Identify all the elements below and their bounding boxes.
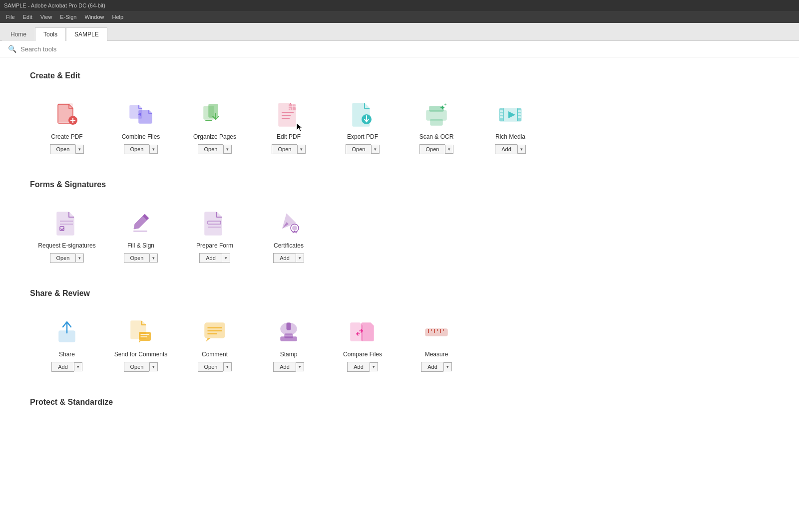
combine-files-icon [127,100,155,128]
tool-card-combine-files: Combine Files Open ▾ [104,92,178,160]
dropdown-edit-pdf-button[interactable]: ▾ [297,145,306,154]
dropdown-scan-ocr-button[interactable]: ▾ [445,145,453,154]
tool-card-edit-pdf: Edit PDF Open ▾ [252,92,326,160]
dropdown-share-button[interactable]: ▾ [74,362,82,371]
btn-group-export-pdf: Open ▾ [346,144,380,154]
svg-rect-50 [281,337,297,341]
tool-card-rich-media: Rich Media Add ▾ [473,92,547,160]
tool-card-share: Share Add ▾ [30,310,104,378]
tool-name-create-pdf: Create PDF [51,133,82,140]
title-bar: SAMPLE - Adobe Acrobat Pro DC (64-bit) [0,0,799,11]
open-fill-sign-button[interactable]: Open [124,253,150,263]
menu-view[interactable]: View [36,13,56,21]
tool-name-rich-media: Rich Media [495,133,525,140]
section-heading-create-edit: Create & Edit [30,71,769,80]
stamp-icon [275,318,303,346]
add-rich-media-button[interactable]: Add [495,144,517,154]
export-pdf-icon [349,100,377,128]
dropdown-combine-files-button[interactable]: ▾ [149,145,158,154]
open-send-comments-button[interactable]: Open [124,362,150,372]
menu-help[interactable]: Help [108,13,128,21]
rich-media-icon [496,100,524,128]
dropdown-fill-sign-button[interactable]: ▾ [149,254,158,263]
dropdown-comment-button[interactable]: ▾ [223,362,232,371]
btn-group-organize-pages: Open ▾ [198,144,232,154]
tool-grid-forms-signatures: Request E-signatures Open ▾ Fill & Sign [30,201,769,269]
svg-rect-27 [518,110,521,112]
dropdown-send-comments-button[interactable]: ▾ [149,362,158,371]
btn-group-certificates: Add ▾ [273,253,304,263]
tab-sample[interactable]: SAMPLE [66,27,107,41]
tool-grid-share-review: Share Add ▾ [30,310,769,378]
tool-name-measure: Measure [425,351,448,358]
dropdown-prepare-form-button[interactable]: ▾ [222,254,230,263]
tool-name-stamp: Stamp [280,351,298,358]
search-bar: 🔍 [0,41,799,57]
btn-group-create-pdf: Open ▾ [50,144,84,154]
menu-esign[interactable]: E-Sign [56,13,80,21]
svg-rect-24 [500,110,503,112]
btn-group-send-comments: Open ▾ [124,362,158,372]
dropdown-create-pdf-button[interactable]: ▾ [75,145,84,154]
open-comment-button[interactable]: Open [198,362,224,372]
tab-bar: Home Tools SAMPLE [0,23,799,41]
menu-window[interactable]: Window [80,13,108,21]
tool-card-stamp: Stamp Add ▾ [252,310,326,378]
tool-card-prepare-form: Prepare Form Add ▾ [178,201,252,269]
svg-rect-9 [289,104,296,110]
dropdown-compare-files-button[interactable]: ▾ [370,362,378,371]
open-scan-ocr-button[interactable]: Open [419,144,445,154]
dropdown-organize-pages-button[interactable]: ▾ [223,145,232,154]
tab-tools[interactable]: Tools [35,27,66,41]
open-request-esignatures-button[interactable]: Open [50,253,76,263]
dropdown-measure-button[interactable]: ▾ [443,362,452,371]
tool-card-certificates: Certificates Add ▾ [252,201,326,269]
btn-group-compare-files: Add ▾ [347,362,378,372]
svg-rect-41 [139,332,151,341]
tool-card-send-comments: Send for Comments Open ▾ [104,310,178,378]
add-compare-files-button[interactable]: Add [347,362,370,372]
tool-name-prepare-form: Prepare Form [196,242,233,249]
menu-file[interactable]: File [2,13,19,21]
search-input[interactable] [20,45,120,53]
section-create-edit: Create & Edit Create PDF [30,71,769,160]
organize-pages-icon [201,100,229,128]
tool-card-create-pdf: Create PDF Open ▾ [30,92,104,160]
compare-files-icon [349,318,377,346]
tool-card-measure: Measure Add ▾ [400,310,473,378]
dropdown-request-esignatures-button[interactable]: ▾ [75,254,84,263]
tool-card-organize-pages: Organize Pages Open ▾ [178,92,252,160]
tool-card-fill-sign: Fill & Sign Open ▾ [104,201,178,269]
menu-edit[interactable]: Edit [19,13,36,21]
btn-group-request-esignatures: Open ▾ [50,253,84,263]
add-measure-button[interactable]: Add [421,362,443,372]
add-prepare-form-button[interactable]: Add [199,253,222,263]
open-combine-files-button[interactable]: Open [124,144,150,154]
menu-bar: File Edit View E-Sign Window Help [0,11,799,23]
open-edit-pdf-button[interactable]: Open [272,144,298,154]
svg-rect-51 [287,323,291,330]
tool-name-scan-ocr: Scan & OCR [419,133,454,140]
share-icon [53,318,81,346]
section-heading-share-review: Share & Review [30,289,769,298]
dropdown-rich-media-button[interactable]: ▾ [517,145,526,154]
add-share-button[interactable]: Add [51,362,74,372]
svg-point-38 [292,226,297,231]
btn-group-rich-media: Add ▾ [495,144,526,154]
tool-card-export-pdf: Export PDF Open ▾ [326,92,400,160]
svg-rect-18 [430,119,442,125]
dropdown-export-pdf-button[interactable]: ▾ [371,145,380,154]
tool-name-export-pdf: Export PDF [347,133,378,140]
add-stamp-button[interactable]: Add [273,362,296,372]
open-organize-pages-button[interactable]: Open [198,144,224,154]
section-heading-forms-signatures: Forms & Signatures [30,180,769,189]
open-export-pdf-button[interactable]: Open [346,144,372,154]
svg-rect-26 [500,116,503,118]
svg-rect-16 [426,110,446,120]
tool-name-certificates: Certificates [274,242,304,249]
dropdown-stamp-button[interactable]: ▾ [296,362,304,371]
open-create-pdf-button[interactable]: Open [50,144,76,154]
tab-home[interactable]: Home [2,27,35,41]
add-certificates-button[interactable]: Add [273,253,296,263]
dropdown-certificates-button[interactable]: ▾ [296,254,304,263]
